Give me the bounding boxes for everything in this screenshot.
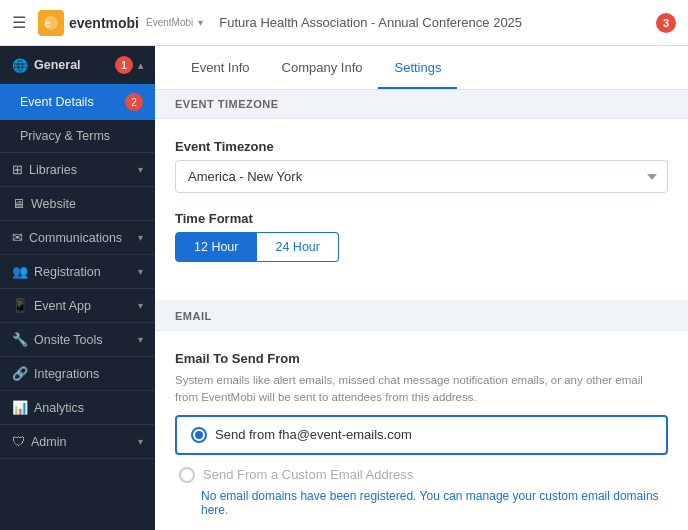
email-send-from-label: Email To Send From xyxy=(175,351,668,366)
sidebar-item-event-details[interactable]: Event Details 2 xyxy=(0,84,155,120)
sub-nav: Event Info Company Info Settings xyxy=(155,46,688,90)
logo-icon: e xyxy=(38,10,64,36)
custom-email-option[interactable]: Send From a Custom Email Address xyxy=(177,463,668,487)
email-section-body: Email To Send From System emails like al… xyxy=(155,331,688,530)
communications-label: Communications xyxy=(29,231,122,245)
sidebar-item-admin[interactable]: 🛡 Admin ▾ xyxy=(0,425,155,459)
tab-event-info[interactable]: Event Info xyxy=(175,48,266,89)
sidebar-item-analytics[interactable]: 📊 Analytics xyxy=(0,391,155,425)
event-app-icon: 📱 xyxy=(12,298,28,313)
tab-company-info[interactable]: Company Info xyxy=(266,48,379,89)
privacy-terms-label: Privacy & Terms xyxy=(20,129,110,143)
onsite-tools-chevron: ▾ xyxy=(138,334,143,345)
website-label: Website xyxy=(31,197,76,211)
time-format-label: Time Format xyxy=(175,211,668,226)
default-email-option[interactable]: Send from fha@event-emails.com xyxy=(175,415,668,455)
event-app-label: Event App xyxy=(34,299,91,313)
custom-email-note: No email domains have been registered. Y… xyxy=(201,489,668,517)
sidebar-section-general: 🌐 General 1 ▴ Event Details 2 Privacy & … xyxy=(0,46,155,153)
sidebar-section-general-header[interactable]: 🌐 General 1 ▴ xyxy=(0,46,155,84)
registration-icon: 👥 xyxy=(12,264,28,279)
default-radio xyxy=(191,427,207,443)
event-details-label: Event Details xyxy=(20,95,94,109)
logo-text: eventmobi xyxy=(69,15,139,31)
globe-icon: 🌐 xyxy=(12,58,28,73)
24-hour-button[interactable]: 24 Hour xyxy=(257,232,338,262)
custom-email-label: Send From a Custom Email Address xyxy=(203,467,413,482)
svg-text:e: e xyxy=(45,18,51,29)
website-icon: 🖥 xyxy=(12,196,25,211)
tab-settings[interactable]: Settings xyxy=(378,48,457,89)
time-format-toggle: 12 Hour 24 Hour xyxy=(175,232,668,262)
email-section: EMAIL Email To Send From System emails l… xyxy=(155,302,688,530)
admin-label: Admin xyxy=(31,435,66,449)
email-send-from-note: System emails like alert emails, missed … xyxy=(175,372,668,407)
layout: 🌐 General 1 ▴ Event Details 2 Privacy & … xyxy=(0,46,688,530)
logo[interactable]: e eventmobi EventMobi ▾ xyxy=(38,10,203,36)
onsite-tools-label: Onsite Tools xyxy=(34,333,103,347)
custom-email-wrapper: Send From a Custom Email Address No emai… xyxy=(177,463,668,517)
libraries-chevron: ▾ xyxy=(138,164,143,175)
onsite-tools-icon: 🔧 xyxy=(12,332,28,347)
sidebar-general-label: General xyxy=(34,58,81,72)
sidebar-item-onsite-tools[interactable]: 🔧 Onsite Tools ▾ xyxy=(0,323,155,357)
libraries-label: Libraries xyxy=(29,163,77,177)
sidebar-item-libraries[interactable]: ⊞ Libraries ▾ xyxy=(0,153,155,187)
sidebar-item-website[interactable]: 🖥 Website xyxy=(0,187,155,221)
registration-chevron: ▾ xyxy=(138,266,143,277)
time-format-field-group: Time Format 12 Hour 24 Hour xyxy=(175,211,668,262)
default-email-label: Send from fha@event-emails.com xyxy=(215,427,412,442)
sidebar: 🌐 General 1 ▴ Event Details 2 Privacy & … xyxy=(0,46,155,530)
sidebar-item-event-app[interactable]: 📱 Event App ▾ xyxy=(0,289,155,323)
event-details-badge: 2 xyxy=(125,93,143,111)
timezone-section-body: Event Timezone America - New York Time F… xyxy=(155,119,688,300)
integrations-icon: 🔗 xyxy=(12,366,28,381)
settings-content: EVENT TIMEZONE Event Timezone America - … xyxy=(155,90,688,530)
sidebar-item-communications[interactable]: ✉ Communications ▾ xyxy=(0,221,155,255)
registration-label: Registration xyxy=(34,265,101,279)
analytics-label: Analytics xyxy=(34,401,84,415)
analytics-icon: 📊 xyxy=(12,400,28,415)
sidebar-item-privacy-terms[interactable]: Privacy & Terms xyxy=(0,120,155,152)
notification-badge: 3 xyxy=(656,13,676,33)
sidebar-item-registration[interactable]: 👥 Registration ▾ xyxy=(0,255,155,289)
general-badge: 1 xyxy=(115,56,133,74)
event-title: Futura Health Association - Annual Confe… xyxy=(219,15,522,30)
integrations-label: Integrations xyxy=(34,367,99,381)
timezone-section-header: EVENT TIMEZONE xyxy=(155,90,688,119)
email-section-header: EMAIL xyxy=(155,302,688,331)
timezone-field-group: Event Timezone America - New York xyxy=(175,139,668,193)
admin-chevron: ▾ xyxy=(138,436,143,447)
custom-radio xyxy=(179,467,195,483)
timezone-section: EVENT TIMEZONE Event Timezone America - … xyxy=(155,90,688,300)
timezone-select[interactable]: America - New York xyxy=(175,160,668,193)
12-hour-button[interactable]: 12 Hour xyxy=(175,232,257,262)
sidebar-item-integrations[interactable]: 🔗 Integrations xyxy=(0,357,155,391)
org-name[interactable]: EventMobi xyxy=(146,17,193,28)
event-app-chevron: ▾ xyxy=(138,300,143,311)
admin-icon: 🛡 xyxy=(12,434,25,449)
communications-chevron: ▾ xyxy=(138,232,143,243)
email-send-from-group: Email To Send From System emails like al… xyxy=(175,351,668,517)
timezone-label: Event Timezone xyxy=(175,139,668,154)
main-content: Event Info Company Info Settings EVENT T… xyxy=(155,46,688,530)
org-dropdown-icon: ▾ xyxy=(198,17,203,28)
hamburger-icon[interactable]: ☰ xyxy=(12,13,26,32)
general-chevron: ▴ xyxy=(138,60,143,71)
communications-icon: ✉ xyxy=(12,230,23,245)
libraries-icon: ⊞ xyxy=(12,162,23,177)
top-nav: ☰ e eventmobi EventMobi ▾ Futura Health … xyxy=(0,0,688,46)
